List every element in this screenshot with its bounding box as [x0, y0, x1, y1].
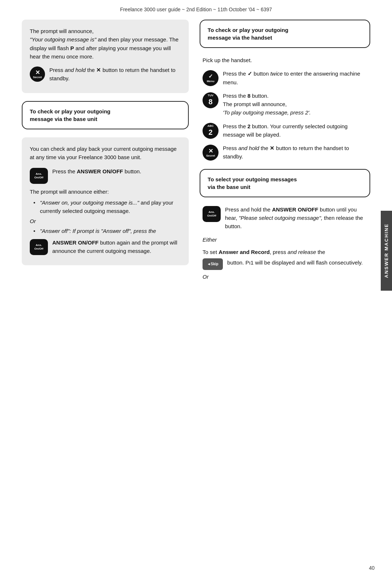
or-text-1: Or	[30, 218, 181, 224]
ans-top-2: Ans.	[36, 243, 42, 247]
ans-bot-s: On/Off	[207, 214, 216, 218]
base-unit-content: You can check and play back your current…	[22, 137, 189, 266]
tuv-label: TUV	[208, 94, 213, 97]
eight-num: 8	[209, 98, 213, 105]
skip-text: button. Pı1 will be displayed and will f…	[227, 258, 363, 267]
2-press-text: Press the 2 button. Your currently selec…	[223, 122, 370, 139]
secret-press-text: Press and hold the ✕ button to return th…	[49, 66, 181, 83]
page-number: 40	[369, 565, 375, 571]
secret-icon-row-right: ✕ Secret Press and hold the ✕ button to …	[203, 144, 370, 161]
base-unit-body: You can check and play back your current…	[30, 145, 181, 162]
8tuv-icon: TUV 8	[203, 92, 219, 108]
select-box-title: To select your outgoing messages via the…	[208, 175, 362, 191]
skip-icon-row: ◄Skip button. Pı1 will be displayed and …	[203, 258, 370, 270]
menu-press-text: Press the ✓ button twice to enter the an…	[223, 69, 370, 86]
select-press-text: Press and hold the ANSWER ON/OFF button …	[225, 205, 370, 231]
8-press-text: Press the 8 button. The prompt will anno…	[223, 92, 311, 117]
ans-top: Ans.	[36, 172, 42, 176]
page-header: Freelance 3000 user guide ~ 2nd Edition …	[0, 0, 392, 16]
handset-box-title: To check or play your outgoing message v…	[208, 26, 362, 41]
base-unit-box-title: To check or play your outgoing message v…	[30, 108, 181, 123]
prompt-announce-text: The prompt will announce either:	[30, 187, 181, 196]
left-column: The prompt will announce, "Your outgoing…	[22, 20, 196, 283]
handset-steps: Pick up the handset. ✓ Menu Press the ✓ …	[200, 56, 370, 161]
ans-top-s: Ans.	[208, 210, 215, 214]
secret-icon-row: ✕ Secret Press and hold the ✕ button to …	[30, 66, 181, 83]
select-messages-content: Ans. On/Off Press and hold the ANSWER ON…	[200, 205, 370, 280]
handset-check-box: To check or play your outgoing message v…	[200, 20, 370, 48]
header-title: Freelance 3000 user guide ~ 2nd Edition …	[120, 7, 272, 12]
bullet-answer-off: "Answer off": If prompt is "Answer off",…	[33, 227, 181, 235]
2abc-icon: ABC 2	[203, 123, 219, 139]
secret-label-right: Secret	[206, 154, 215, 157]
either-text: Either	[203, 235, 370, 244]
answer-off-text: ANSWER ON/OFF button again and the promp…	[52, 238, 181, 255]
skip-icon: ◄Skip	[203, 258, 223, 270]
menu-icon-row: ✓ Menu Press the ✓ button twice to enter…	[203, 69, 370, 86]
2abc-icon-row: ABC 2 Press the 2 button. Your currently…	[203, 122, 370, 139]
menu-icon: ✓ Menu	[203, 70, 219, 86]
set-answer-record-text: To set Answer and Record, press and rele…	[203, 248, 370, 256]
x-symbol: ✕	[35, 70, 40, 76]
ans-bot-2: On/Off	[34, 247, 44, 251]
ans-onoff-icon-1: Ans. On/Off	[30, 168, 48, 184]
ans-bot: On/Off	[34, 176, 44, 179]
abc-label: ABC	[207, 125, 213, 128]
secret-label: Secret	[33, 76, 42, 79]
base-unit-check-box: To check or play your outgoing message v…	[22, 101, 189, 129]
two-num: 2	[209, 129, 213, 136]
prompt-bullets: "Answer on, your outgoing message is..."…	[33, 199, 181, 215]
intro-text: The prompt will announce, "Your outgoing…	[30, 27, 181, 61]
x-symbol-right: ✕	[208, 148, 213, 154]
or-text-2: Or	[203, 274, 370, 280]
intro-quote: "Your outgoing message is"	[30, 36, 96, 43]
step-pickup: Pick up the handset.	[203, 56, 370, 64]
menu-lbl: Menu	[207, 80, 215, 83]
bullet-answer-on: "Answer on, your outgoing message is..."…	[33, 199, 181, 215]
ans-icon-row-2: Ans. On/Off ANSWER ON/OFF button again a…	[30, 238, 181, 255]
press-answer-text: Press the ANSWER ON/OFF button.	[52, 167, 141, 175]
right-column: To check or play your outgoing message v…	[196, 20, 370, 283]
ans-hold-icon-row: Ans. On/Off Press and hold the ANSWER ON…	[203, 205, 370, 231]
ans-onoff-icon-select: Ans. On/Off	[203, 206, 221, 222]
ans-onoff-icon-2: Ans. On/Off	[30, 239, 48, 255]
intro-text1: The prompt will announce,	[30, 28, 94, 34]
ans-icon-row-1: Ans. On/Off Press the ANSWER ON/OFF butt…	[30, 167, 181, 184]
select-messages-box: To select your outgoing messages via the…	[200, 169, 370, 197]
8tuv-icon-row: TUV 8 Press the 8 button. The prompt wil…	[203, 92, 370, 117]
check-mark: ✓	[208, 73, 213, 80]
prompt-bullets-2: "Answer off": If prompt is "Answer off",…	[33, 227, 181, 235]
intro-block: The prompt will announce, "Your outgoing…	[22, 20, 189, 93]
skip-label: ◄Skip	[207, 262, 219, 266]
secret-button-icon: ✕ Secret	[30, 66, 45, 82]
secret-button-icon-right: ✕ Secret	[203, 145, 219, 161]
handset-standby-text: Press and hold the ✕ button to return th…	[223, 144, 370, 161]
side-tab: Answer Machine	[381, 211, 392, 291]
